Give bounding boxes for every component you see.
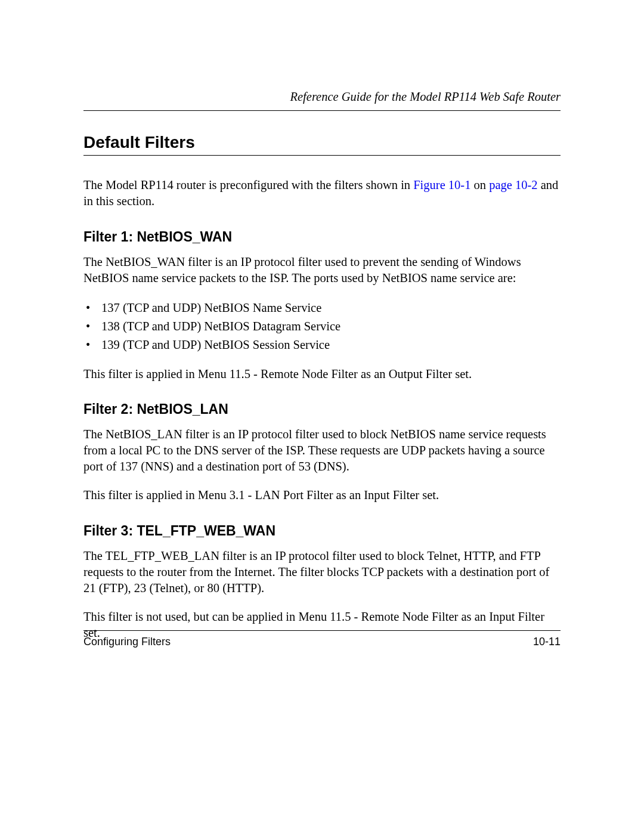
filter-2-paragraph-1: The NetBIOS_LAN filter is an IP protocol… [83, 426, 561, 474]
filter-1-heading: Filter 1: NetBIOS_WAN [83, 230, 561, 244]
list-item: 138 (TCP and UDP) NetBIOS Datagram Servi… [83, 317, 561, 336]
page-cross-reference-link[interactable]: page 10-2 [489, 178, 537, 191]
figure-cross-reference-link[interactable]: Figure 10-1 [413, 178, 470, 191]
footer-chapter-name: Configuring Filters [83, 636, 171, 648]
intro-text-mid: on [470, 178, 489, 191]
list-item: 139 (TCP and UDP) NetBIOS Session Servic… [83, 336, 561, 354]
filter-3-heading: Filter 3: TEL_FTP_WEB_WAN [83, 524, 561, 538]
filter-2-paragraph-2: This filter is applied in Menu 3.1 - LAN… [83, 487, 561, 503]
list-item: 137 (TCP and UDP) NetBIOS Name Service [83, 299, 561, 317]
running-header: Reference Guide for the Model RP114 Web … [83, 89, 561, 111]
filter-1-paragraph-2: This filter is applied in Menu 11.5 - Re… [83, 366, 561, 382]
filter-2-heading: Filter 2: NetBIOS_LAN [83, 402, 561, 417]
filter-1-port-list: 137 (TCP and UDP) NetBIOS Name Service 1… [83, 299, 561, 354]
running-footer: Configuring Filters 10-11 [83, 630, 561, 648]
filter-3-paragraph-1: The TEL_FTP_WEB_LAN filter is an IP prot… [83, 548, 561, 596]
intro-paragraph: The Model RP114 router is preconfigured … [83, 177, 561, 209]
intro-text-pre: The Model RP114 router is preconfigured … [83, 178, 413, 191]
document-page: Reference Guide for the Model RP114 Web … [0, 0, 644, 833]
section-title: Default Filters [83, 134, 561, 156]
filter-1-paragraph-1: The NetBIOS_WAN filter is an IP protocol… [83, 254, 561, 286]
footer-page-number: 10-11 [533, 636, 561, 648]
